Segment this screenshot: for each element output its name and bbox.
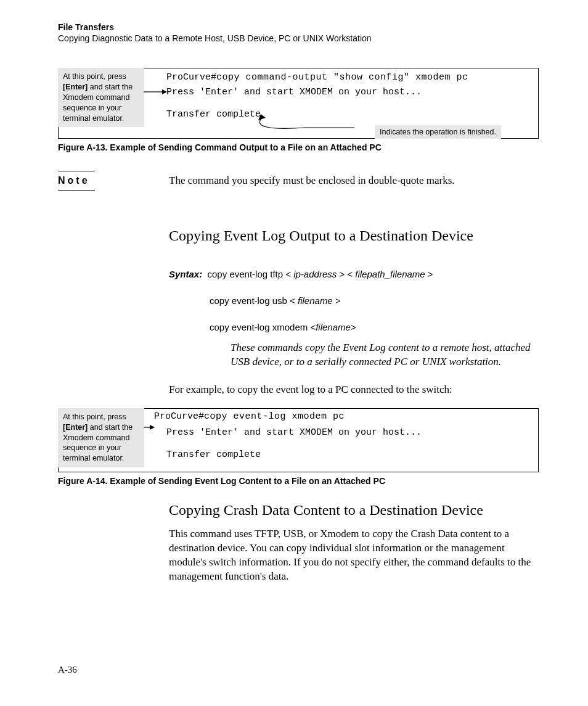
page-number: A-36 — [58, 665, 77, 675]
figure-a13-caption: Figure A-13. Example of Sending Command … — [58, 142, 539, 152]
curve-arrow-icon — [231, 114, 367, 133]
syntax-param: filename — [298, 295, 333, 306]
page: File Transfers Copying Diagnostic Data t… — [0, 0, 588, 706]
cmd: copy event-log xmodem pc — [204, 411, 345, 422]
figure-a14-callout-left: At this point, press [Enter] and start t… — [58, 408, 144, 467]
syntax-line-2: copy event-log usb < filename > — [210, 295, 539, 306]
callout-bold: [Enter] — [63, 83, 88, 91]
cmd: copy command-output "show config" xmodem… — [216, 72, 468, 83]
section1-title: Copying Event Log Output to a Destinatio… — [169, 228, 539, 244]
syntax-text: copy event-log usb < — [210, 295, 298, 306]
syntax-text: > — [351, 322, 356, 332]
terminal-line-2: Press 'Enter' and start XMODEM on your h… — [166, 427, 422, 438]
syntax-param: filepath_filename — [355, 269, 425, 279]
syntax-line-3: copy event-log xmodem <filename> — [210, 322, 539, 332]
syntax-text: copy event-log tftp < — [208, 269, 294, 279]
section2-title: Copying Crash Data Content to a Destinat… — [169, 502, 539, 519]
note-body: The command you specify must be enclosed… — [169, 171, 455, 187]
arrow-icon — [144, 424, 155, 431]
terminal-line-1: ProCurve#copy event-log xmodem pc — [154, 411, 345, 422]
figure-a13-box: At this point, press [Enter] and start t… — [58, 68, 539, 139]
syntax-text: > — [425, 269, 433, 279]
figure-a14-box: At this point, press [Enter] and start t… — [58, 408, 539, 472]
callout-bold: [Enter] — [63, 423, 88, 432]
syntax-text: copy event-log xmodem < — [210, 322, 316, 332]
syntax-label: Syntax: — [169, 269, 202, 279]
figure-a13-callout-right: Indicates the operation is finished. — [375, 125, 501, 139]
figure-a13-callout-left: At this point, press [Enter] and start t… — [58, 68, 144, 127]
figure-a14-caption: Figure A-14. Example of Sending Event Lo… — [58, 476, 539, 486]
terminal-line-1: ProCurve#copy command-output "show confi… — [166, 72, 468, 83]
example-intro: For example, to copy the event log to a … — [169, 383, 539, 397]
terminal-line-2: Press 'Enter' and start XMODEM on your h… — [166, 87, 422, 97]
syntax-param: ip-address — [293, 269, 337, 279]
header-sub: Copying Diagnostic Data to a Remote Host… — [58, 33, 539, 43]
syntax-description: These commands copy the Event Log conten… — [231, 341, 533, 369]
terminal-line-3: Transfer complete — [166, 449, 261, 460]
syntax-param: filename — [316, 322, 351, 332]
section2-body: This command uses TFTP, USB, or Xmodem t… — [169, 527, 539, 584]
syntax-text: > < — [337, 269, 355, 279]
note-row: Note The command you specify must be enc… — [58, 171, 539, 191]
callout-text: At this point, press — [63, 72, 126, 81]
prompt: ProCurve# — [154, 411, 204, 422]
callout-text: At this point, press — [63, 413, 126, 421]
syntax-text: > — [333, 295, 341, 306]
svg-marker-2 — [258, 114, 266, 120]
arrow-icon — [144, 88, 168, 96]
prompt: ProCurve# — [166, 72, 216, 83]
note-label: Note — [58, 171, 95, 191]
header-title: File Transfers — [58, 22, 539, 32]
svg-marker-4 — [150, 425, 155, 430]
syntax-line-1: Syntax: copy event-log tftp < ip-address… — [169, 269, 539, 279]
